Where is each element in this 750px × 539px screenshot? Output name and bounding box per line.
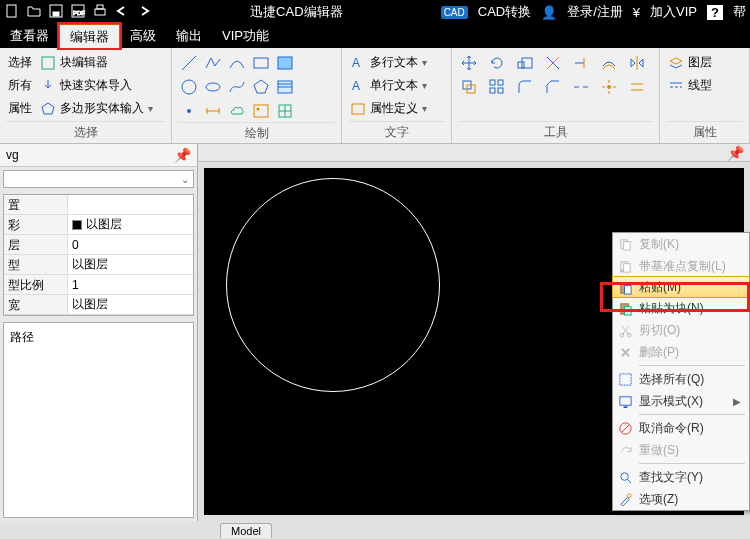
ribbon: 选择 所有 属性 块编辑器 快速实体导入 多边形实体输入▾ 选择	[0, 48, 750, 144]
props-item[interactable]: 属性	[6, 98, 34, 119]
new-icon[interactable]	[4, 3, 20, 22]
linetype-item[interactable]: 线型	[666, 75, 714, 96]
tab-editor[interactable]: 编辑器	[59, 24, 120, 48]
help-label[interactable]: 帮	[733, 3, 746, 21]
svg-point-23	[257, 108, 260, 111]
polygon-icon[interactable]	[250, 76, 272, 98]
mirror-icon[interactable]	[626, 52, 648, 74]
redo-icon[interactable]	[136, 3, 152, 22]
break-icon[interactable]	[570, 76, 592, 98]
fill-icon[interactable]	[274, 76, 296, 98]
line-icon[interactable]	[178, 52, 200, 74]
fillet-icon[interactable]	[514, 76, 536, 98]
vip-link[interactable]: 加入VIP	[650, 3, 697, 21]
ctx-sep	[639, 414, 745, 415]
prop-value-scale[interactable]: 1	[68, 275, 193, 294]
model-tab[interactable]: Model	[220, 523, 272, 538]
rotate-icon[interactable]	[486, 52, 508, 74]
copy-icon[interactable]	[458, 76, 480, 98]
ctx-paste-block[interactable]: 粘贴为块(N)	[613, 297, 749, 319]
point-icon[interactable]	[178, 100, 200, 122]
prop-value-layer[interactable]: 0	[68, 235, 193, 254]
prop-value-width[interactable]: 以图层	[68, 295, 193, 314]
pdf-icon[interactable]: PDF	[70, 3, 86, 22]
block-icon[interactable]	[274, 100, 296, 122]
circle-shape[interactable]	[226, 178, 440, 392]
yen-icon: ¥	[633, 5, 640, 20]
image-icon[interactable]	[250, 100, 272, 122]
print-icon[interactable]	[92, 3, 108, 22]
ctx-display-mode[interactable]: 显示模式(X)▶	[613, 390, 749, 412]
save-icon[interactable]	[48, 3, 64, 22]
ctx-sep	[639, 365, 745, 366]
cad-convert-link[interactable]: CAD转换	[478, 3, 531, 21]
ctx-copy-base[interactable]: 带基准点复制(L)	[613, 255, 749, 277]
ellipse-icon[interactable]	[202, 76, 224, 98]
layer-item[interactable]: 图层	[666, 52, 714, 73]
hatch-icon[interactable]	[274, 52, 296, 74]
prop-value-0[interactable]	[68, 195, 193, 214]
scale-icon[interactable]	[514, 52, 536, 74]
ctx-cut[interactable]: 剪切(O)	[613, 319, 749, 341]
offset-icon[interactable]	[598, 52, 620, 74]
chamfer-icon[interactable]	[542, 76, 564, 98]
object-dropdown[interactable]: ⌄	[3, 170, 194, 188]
open-icon[interactable]	[26, 3, 42, 22]
login-link[interactable]: 登录/注册	[567, 3, 623, 21]
ctx-delete[interactable]: 删除(P)	[613, 341, 749, 363]
explode-icon[interactable]	[598, 76, 620, 98]
polyline-icon[interactable]	[202, 52, 224, 74]
pin-icon[interactable]: 📌	[174, 147, 191, 163]
arc-icon[interactable]	[226, 52, 248, 74]
cad-badge: CAD	[441, 6, 468, 19]
find-icon	[617, 469, 633, 485]
canvas-pin-icon[interactable]: 📌	[727, 145, 744, 161]
ctx-options[interactable]: 选项(Z)	[613, 488, 749, 510]
mtext-item[interactable]: A多行文本▾	[348, 52, 429, 73]
prop-value-color[interactable]: 以图层	[68, 215, 193, 234]
block-editor-item[interactable]: 块编辑器	[38, 52, 155, 73]
move-icon[interactable]	[458, 52, 480, 74]
ctx-redo[interactable]: 重做(S)	[613, 439, 749, 461]
svg-point-12	[182, 80, 196, 94]
ctx-find[interactable]: 查找文字(Y)	[613, 466, 749, 488]
select-item[interactable]: 选择	[6, 52, 34, 73]
svg-rect-7	[42, 57, 54, 69]
ctx-select-all[interactable]: 选择所有(Q)	[613, 368, 749, 390]
tab-advanced[interactable]: 高级	[120, 24, 166, 48]
join-icon[interactable]	[626, 76, 648, 98]
prop-value-linetype[interactable]: 以图层	[68, 255, 193, 274]
rect-icon[interactable]	[250, 52, 272, 74]
tab-viewer[interactable]: 查看器	[0, 24, 59, 48]
help-icon[interactable]: ?	[707, 5, 723, 20]
attdef-item[interactable]: 属性定义▾	[348, 98, 429, 119]
undo-icon[interactable]	[114, 3, 130, 22]
tab-output[interactable]: 输出	[166, 24, 212, 48]
copy-base-icon	[617, 258, 633, 274]
menubar: 查看器 编辑器 高级 输出 VIP功能	[0, 24, 750, 48]
polygon-input-item[interactable]: 多边形实体输入▾	[38, 98, 155, 119]
dim-icon[interactable]	[202, 100, 224, 122]
file-tab[interactable]: vg📌	[0, 144, 197, 167]
svg-point-74	[627, 493, 631, 497]
svg-marker-38	[639, 59, 643, 67]
spline-icon[interactable]	[226, 76, 248, 98]
cloud-icon[interactable]	[226, 100, 248, 122]
paste-icon	[617, 279, 633, 295]
ctx-cancel[interactable]: 取消命令(R)	[613, 417, 749, 439]
svg-rect-11	[278, 57, 292, 69]
array-icon[interactable]	[486, 76, 508, 98]
svg-marker-14	[254, 80, 268, 93]
ctx-paste[interactable]: 粘贴(M)	[612, 276, 750, 298]
svg-rect-57	[623, 241, 630, 249]
svg-marker-8	[42, 103, 54, 114]
all-item[interactable]: 所有	[6, 75, 34, 96]
extend-icon[interactable]	[570, 52, 592, 74]
tab-vip[interactable]: VIP功能	[212, 24, 279, 48]
svg-point-13	[206, 83, 220, 91]
circle-icon[interactable]	[178, 76, 200, 98]
quick-import-item[interactable]: 快速实体导入	[38, 75, 155, 96]
stext-item[interactable]: A单行文本▾	[348, 75, 429, 96]
ctx-copy[interactable]: 复制(K)	[613, 233, 749, 255]
trim-icon[interactable]	[542, 52, 564, 74]
